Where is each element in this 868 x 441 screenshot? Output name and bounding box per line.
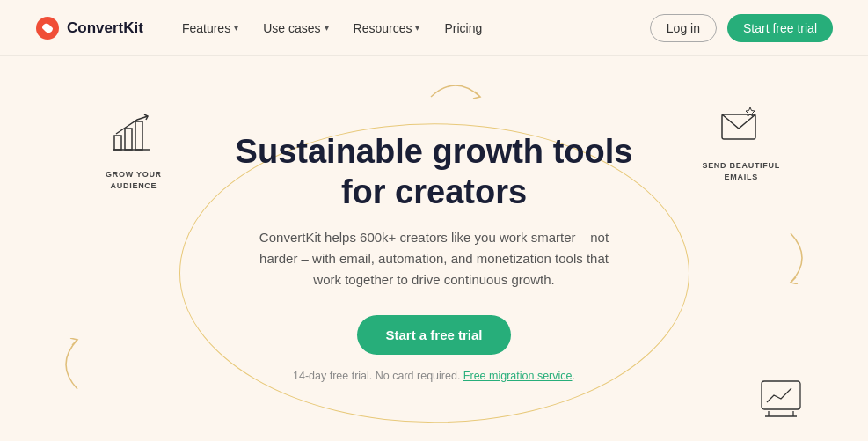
mini-graph-icon	[760, 379, 802, 423]
logo-text: ConvertKit	[67, 19, 143, 37]
nav-features[interactable]: Features ▾	[171, 14, 249, 42]
email-icon	[717, 100, 766, 155]
hero-title: Sustainable growth tools for creators	[236, 132, 633, 212]
chevron-down-icon: ▾	[234, 23, 238, 33]
svg-rect-2	[125, 129, 132, 150]
arrow-bottom-left-icon	[53, 338, 79, 397]
nav-use-cases[interactable]: Use cases ▾	[252, 14, 339, 42]
hero-section: GROW YOUR AUDIENCE SEND BEAUTIFUL EMAILS	[0, 56, 868, 441]
float-label-grow-audience: GROW YOUR AUDIENCE	[106, 109, 162, 191]
nav-pricing[interactable]: Pricing	[434, 14, 492, 42]
logo-icon	[35, 16, 60, 40]
chevron-down-icon: ▾	[325, 23, 329, 33]
start-trial-button[interactable]: Start free trial	[727, 14, 833, 42]
hero-note: 14-day free trial. No card required. Fre…	[236, 367, 633, 383]
login-button[interactable]: Log in	[650, 14, 717, 42]
svg-rect-1	[114, 136, 121, 150]
send-emails-label: SEND BEAUTIFUL EMAILS	[702, 160, 780, 182]
hero-subtitle: ConvertKit helps 600k+ creators like you…	[250, 227, 619, 290]
chevron-down-icon: ▾	[415, 23, 419, 33]
migration-link[interactable]: Free migration service	[463, 370, 573, 382]
float-label-bottom-right	[760, 379, 802, 423]
nav-links: Features ▾ Use cases ▾ Resources ▾ Prici…	[171, 14, 650, 42]
nav-resources[interactable]: Resources ▾	[343, 14, 431, 42]
hero-trial-button[interactable]: Start a free trial	[357, 315, 510, 355]
logo[interactable]: ConvertKit	[35, 16, 143, 40]
float-label-send-emails: SEND BEAUTIFUL EMAILS	[702, 100, 780, 182]
arrow-right-icon	[789, 231, 815, 290]
nav-actions: Log in Start free trial	[650, 14, 833, 42]
svg-rect-6	[762, 381, 800, 409]
hero-content: Sustainable growth tools for creators Co…	[236, 132, 633, 382]
grow-audience-label: GROW YOUR AUDIENCE	[106, 169, 162, 191]
chart-icon	[109, 109, 158, 164]
navbar: ConvertKit Features ▾ Use cases ▾ Resour…	[0, 0, 868, 56]
arrow-top-icon	[429, 72, 482, 105]
svg-rect-3	[135, 121, 142, 150]
